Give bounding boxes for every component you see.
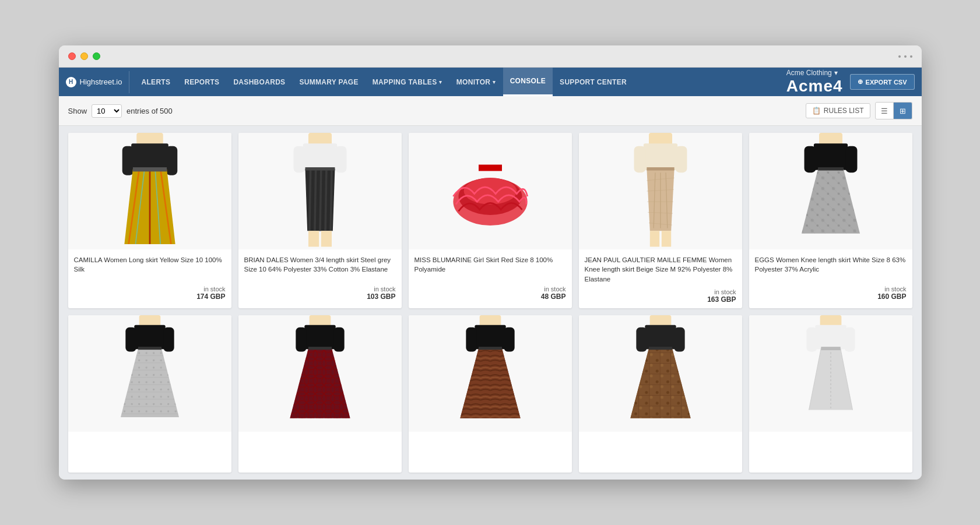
nav-item-summary[interactable]: SUMMARY PAGE — [292, 69, 365, 96]
products-grid: CAMILLA Women Long skirt Yellow Size 10 … — [68, 133, 912, 472]
svg-rect-98 — [821, 347, 840, 350]
product-image — [579, 133, 742, 249]
product-name: EGGS Women Knee length skirt White Size … — [755, 255, 907, 281]
svg-rect-22 — [321, 231, 331, 247]
svg-rect-21 — [308, 231, 319, 247]
nav-item-dashboards[interactable]: DASHBOARDS — [226, 69, 292, 96]
grid-view-button[interactable]: ⊞ — [894, 102, 912, 119]
svg-rect-81 — [674, 327, 684, 351]
svg-rect-24 — [479, 165, 502, 171]
product-card[interactable]: BRIAN DALES Women 3/4 length skirt Steel… — [238, 133, 402, 308]
svg-rect-66 — [333, 327, 344, 351]
brand-logo-icon: H — [66, 77, 76, 87]
account-info: Acme Clothing ▾ Acme4 — [786, 69, 843, 96]
svg-rect-47 — [845, 146, 857, 172]
chevron-down-icon: ▾ — [493, 79, 496, 85]
product-info — [409, 432, 572, 473]
nav-links: ALERTS REPORTS DASHBOARDS SUMMARY PAGE M… — [134, 68, 786, 96]
product-name: BRIAN DALES Women 3/4 length skirt Steel… — [244, 255, 396, 281]
svg-line-19 — [325, 169, 326, 231]
download-icon: ⊕ — [858, 78, 863, 86]
show-label: Show — [68, 107, 87, 115]
product-price: 160 GBP — [755, 293, 907, 301]
product-price: 103 GBP — [244, 293, 396, 301]
app-window: H Highstreet.io ALERTS REPORTS DASHBOARD… — [59, 45, 922, 479]
svg-rect-1 — [131, 144, 168, 170]
product-info — [68, 432, 231, 473]
product-info: CAMILLA Women Long skirt Yellow Size 10 … — [68, 249, 231, 305]
nav-item-support[interactable]: SUPPORT CENTER — [553, 69, 634, 96]
titlebar — [59, 45, 922, 68]
product-name — [74, 438, 226, 463]
product-card[interactable] — [749, 315, 912, 473]
svg-rect-72 — [466, 327, 476, 351]
chevron-down-icon: ▾ — [834, 69, 838, 77]
svg-rect-69 — [308, 347, 332, 350]
product-image — [579, 315, 742, 432]
product-info: MISS BLUMARINE Girl Skirt Red Size 8 100… — [409, 249, 572, 305]
svg-rect-91 — [815, 325, 846, 349]
entries-control: Show 10 25 50 100 entries of 500 — [68, 104, 173, 118]
product-info: EGGS Women Knee length skirt White Size … — [749, 249, 912, 305]
svg-rect-12 — [303, 144, 336, 170]
product-status: in stock — [585, 288, 736, 295]
svg-rect-71 — [475, 325, 505, 349]
product-card[interactable] — [579, 315, 742, 473]
svg-rect-31 — [675, 146, 687, 172]
product-name — [415, 438, 566, 463]
product-status: in stock — [244, 286, 396, 293]
site-name: Acme4 — [786, 77, 843, 96]
product-card[interactable] — [68, 315, 231, 473]
product-card[interactable] — [238, 315, 402, 473]
list-view-button[interactable]: ☰ — [875, 102, 894, 119]
nav-item-alerts[interactable]: ALERTS — [134, 69, 177, 96]
svg-rect-45 — [813, 144, 847, 170]
entries-select[interactable]: 10 25 50 100 — [92, 104, 122, 118]
svg-rect-13 — [293, 146, 305, 172]
svg-rect-14 — [335, 146, 346, 172]
products-area: CAMILLA Women Long skirt Yellow Size 10 … — [59, 126, 922, 479]
product-card[interactable]: CAMILLA Women Long skirt Yellow Size 10 … — [68, 133, 231, 308]
product-card[interactable]: JEAN PAUL GAULTIER MAILLE FEMME Women Kn… — [579, 133, 742, 308]
export-csv-button[interactable]: ⊕ EXPORT CSV — [850, 74, 915, 90]
nav-item-console[interactable]: CONSOLE — [503, 68, 553, 96]
product-image — [68, 315, 231, 432]
nav-item-monitor[interactable]: MONITOR ▾ — [449, 69, 503, 96]
svg-marker-88 — [630, 348, 690, 418]
brand[interactable]: H Highstreet.io — [66, 71, 130, 93]
product-info: JEAN PAUL GAULTIER MAILLE FEMME Women Kn… — [579, 249, 742, 308]
titlebar-menu-icon — [898, 55, 912, 58]
nav-right: Acme Clothing ▾ Acme4 ⊕ EXPORT CSV — [786, 69, 915, 96]
svg-rect-80 — [636, 327, 647, 351]
svg-rect-2 — [122, 146, 134, 175]
product-name — [585, 438, 736, 463]
svg-rect-73 — [504, 327, 514, 351]
svg-rect-55 — [134, 325, 165, 349]
product-image — [749, 315, 912, 432]
maximize-button[interactable] — [93, 52, 100, 60]
svg-line-20 — [331, 169, 332, 231]
close-button[interactable] — [68, 52, 76, 60]
svg-rect-43 — [647, 167, 674, 170]
product-image — [238, 133, 402, 249]
svg-rect-93 — [844, 327, 855, 351]
product-info — [579, 432, 742, 473]
minimize-button[interactable] — [80, 52, 88, 60]
svg-rect-29 — [643, 144, 677, 170]
svg-rect-23 — [305, 167, 335, 170]
svg-rect-92 — [806, 327, 817, 351]
rules-list-button[interactable]: 📋 RULES LIST — [806, 103, 870, 118]
product-card[interactable]: MISS BLUMARINE Girl Skirt Red Size 8 100… — [409, 133, 572, 308]
product-image — [409, 315, 572, 432]
nav-item-reports[interactable]: REPORTS — [177, 69, 226, 96]
product-card[interactable]: EGGS Women Knee length skirt White Size … — [749, 133, 912, 308]
grid-icon: ⊞ — [900, 107, 906, 115]
svg-rect-46 — [804, 146, 816, 172]
toolbar: Show 10 25 50 100 entries of 500 📋 RULES… — [59, 96, 922, 126]
product-image — [749, 133, 912, 249]
nav-item-mapping[interactable]: MAPPING TABLES ▾ — [366, 69, 449, 96]
svg-rect-53 — [818, 167, 844, 170]
svg-rect-41 — [649, 231, 659, 247]
product-card[interactable] — [409, 315, 572, 473]
product-name — [244, 438, 396, 463]
